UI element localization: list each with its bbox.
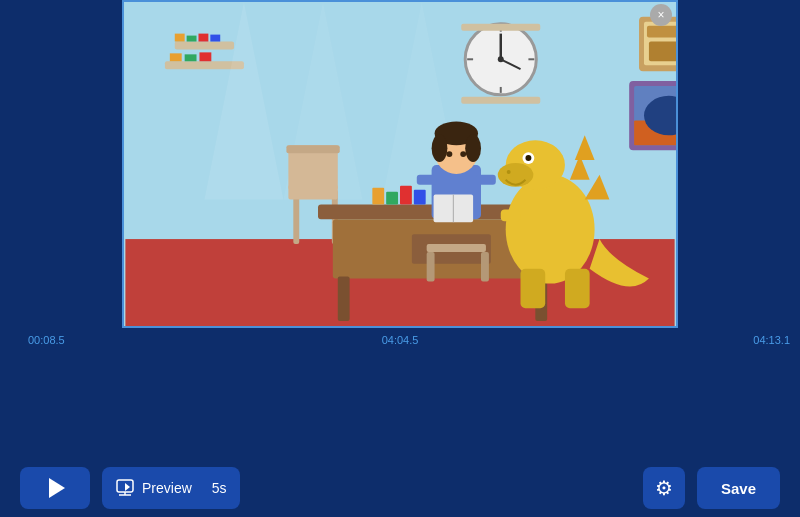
svg-point-58 — [506, 175, 595, 284]
preview-label: Preview — [142, 480, 192, 496]
close-button[interactable]: × — [650, 4, 672, 26]
preview-duration: 5s — [212, 480, 227, 496]
timeline: 00:08.5 — [0, 340, 800, 430]
svg-rect-36 — [286, 145, 339, 153]
close-icon: × — [657, 8, 664, 22]
svg-rect-70 — [427, 244, 486, 252]
svg-rect-57 — [476, 175, 496, 185]
svg-rect-3 — [175, 42, 234, 50]
save-button[interactable]: Save — [697, 467, 780, 509]
svg-rect-35 — [288, 145, 337, 199]
settings-icon: ⚙ — [655, 476, 673, 500]
settings-button[interactable]: ⚙ — [643, 467, 685, 509]
svg-rect-71 — [481, 252, 489, 282]
svg-rect-46 — [414, 190, 426, 205]
svg-rect-45 — [400, 186, 412, 205]
svg-point-53 — [460, 151, 466, 157]
svg-rect-72 — [427, 252, 435, 282]
svg-rect-41 — [338, 277, 350, 321]
svg-rect-27 — [649, 42, 676, 62]
time-label-start: 00:08.5 — [28, 334, 65, 346]
svg-point-51 — [465, 134, 481, 162]
svg-point-63 — [507, 170, 511, 174]
preview-button[interactable]: Preview 5s — [102, 467, 240, 509]
controls-bar: Preview 5s ⚙ Save — [0, 459, 800, 517]
svg-rect-9 — [185, 54, 197, 61]
svg-rect-69 — [501, 209, 521, 221]
svg-rect-56 — [417, 175, 437, 185]
svg-rect-23 — [461, 97, 540, 104]
svg-rect-68 — [565, 269, 590, 309]
svg-marker-112 — [125, 483, 130, 491]
svg-point-62 — [525, 155, 531, 161]
svg-point-52 — [446, 151, 452, 157]
svg-point-50 — [432, 134, 448, 162]
scene-illustration — [124, 2, 676, 326]
left-panel — [0, 0, 122, 340]
play-icon — [49, 478, 65, 498]
time-label-mid: 04:04.5 — [382, 334, 419, 346]
svg-rect-22 — [461, 24, 540, 31]
play-button[interactable] — [20, 467, 90, 509]
svg-rect-6 — [198, 34, 208, 42]
video-preview: × — [122, 0, 678, 328]
svg-rect-67 — [521, 269, 546, 309]
time-label-end: 04:13.1 — [753, 334, 790, 346]
svg-rect-8 — [170, 53, 182, 61]
svg-rect-4 — [175, 34, 185, 42]
svg-rect-43 — [372, 188, 384, 205]
download-icon — [116, 479, 134, 497]
svg-point-60 — [498, 163, 534, 187]
svg-rect-44 — [386, 192, 398, 205]
svg-rect-7 — [210, 35, 220, 42]
right-panel — [678, 0, 800, 340]
svg-rect-5 — [187, 36, 197, 42]
svg-rect-10 — [199, 52, 211, 61]
svg-rect-26 — [647, 26, 676, 38]
